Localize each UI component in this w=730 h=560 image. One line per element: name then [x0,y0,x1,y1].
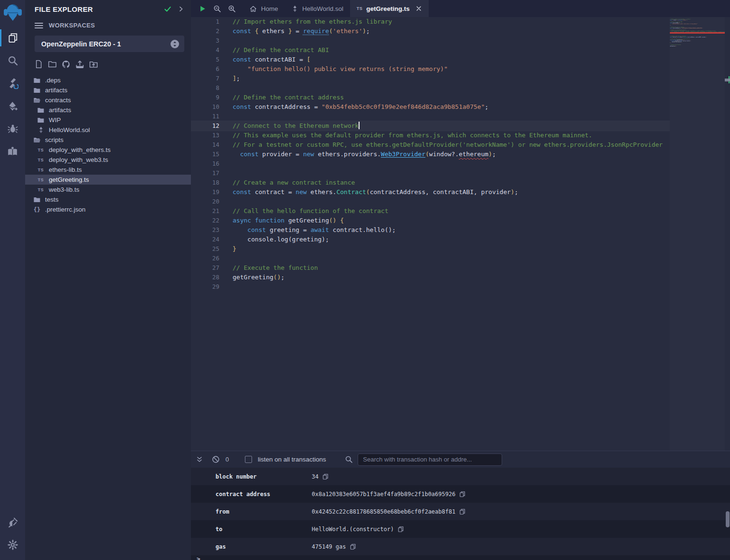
create-new-file-icon[interactable] [34,60,43,69]
tree-item-artifacts[interactable]: artifacts [25,105,191,115]
chevron-right-icon[interactable] [178,6,184,12]
terminal-prompt[interactable]: > [191,555,730,560]
code-line-26: 26 [191,254,730,263]
tree-item-deploy-with-web3-ts[interactable]: TSdeploy_with_web3.ts [25,155,191,165]
hamburger-menu-icon[interactable] [35,22,43,29]
code-line-22: 22async function getGreeting() { [191,216,730,225]
tree-item-artifacts[interactable]: artifacts [25,85,191,95]
code-line-4: 4// Define the contract ABI [191,45,730,55]
transaction-row-gas: gas475149 gas [191,538,730,555]
activity-remix-logo[interactable] [0,0,25,27]
editor-toolbar [191,0,243,17]
debugger-icon [8,124,18,134]
listen-transactions-checkbox[interactable] [245,456,252,463]
typescript-file-icon: TS [37,186,45,194]
copy-icon[interactable] [459,491,466,498]
code-line-2: 2const { ethers } = require('ethers'); [191,27,730,36]
row-label: to [216,526,312,533]
tree-item--prettierrc-json[interactable]: {}.prettierrc.json [25,204,191,214]
zoom-in-icon[interactable] [228,5,236,13]
solidity-icon [291,5,298,12]
tab-close-icon[interactable] [415,5,422,12]
typescript-file-icon: TS [37,176,45,184]
copy-icon[interactable] [350,543,356,550]
code-line-21: 21// Call the hello function of the cont… [191,206,730,216]
activity-deploy-and-run[interactable] [0,95,25,117]
line-number: 12 [191,121,219,131]
line-number: 19 [191,187,219,197]
tree-item-getgreeting-ts[interactable]: TSgetGreeting.ts [25,175,191,185]
folder-open-icon [33,136,41,144]
clear-console-icon[interactable] [212,455,220,463]
line-number: 24 [191,235,219,244]
line-number: 9 [191,93,219,102]
create-new-folder-icon[interactable] [48,60,57,69]
row-label: gas [216,543,312,550]
line-number: 6 [191,64,219,74]
line-text [219,282,730,292]
terminal-search-input[interactable] [358,453,502,466]
terminal-scrollbar-thumb[interactable] [726,511,730,527]
learneth-icon [7,146,18,157]
copy-icon[interactable] [459,508,466,515]
file-explorer-panel: FILE EXPLORER WORKSPACES OpenZeppelin ER… [25,0,191,560]
file-actions [25,52,191,73]
row-value: 475149 gas [312,543,346,550]
activity-solidity-compiler[interactable] [0,72,25,95]
line-text [219,169,730,178]
tab-home[interactable]: Home [243,0,285,17]
row-value: 34 [312,473,318,480]
tree-item-scripts[interactable]: scripts [25,135,191,145]
tab-label: HelloWorld.sol [302,5,343,12]
tree-item-tests[interactable]: tests [25,195,191,204]
line-text: const contract = new ethers.Contract(con… [219,187,730,197]
tree-item-wip[interactable]: WIP [25,115,191,125]
upload-folder-icon[interactable] [89,60,98,69]
code-line-10: 10const contractAddress = "0xb54febb5c0c… [191,102,730,112]
workspace-select[interactable]: OpenZeppelin ERC20 - 1 [35,36,184,52]
tree-item-web3-lib-ts[interactable]: TSweb3-lib.ts [25,185,191,195]
code-line-12: 12// Connect to the Ethereum network [191,121,730,131]
tree-item-label: WIP [49,116,61,124]
tree-item-label: contracts [45,97,71,104]
check-icon[interactable] [163,5,172,13]
activity-search[interactable] [0,49,25,72]
copy-icon[interactable] [322,473,329,480]
activity-file-explorer[interactable] [0,27,25,49]
tree-item-ethers-lib-ts[interactable]: TSethers-lib.ts [25,165,191,175]
line-text: getGreeting(); [219,273,730,282]
activity-settings[interactable] [0,533,25,556]
code-line-28: 28getGreeting(); [191,273,730,282]
file-tree: .depsartifactscontractsartifactsWIPHello… [25,75,191,214]
ruler-thumb[interactable] [725,79,730,81]
activity-debugger[interactable] [0,117,25,140]
activity-plugin-manager[interactable] [0,511,25,533]
overview-ruler[interactable] [725,17,730,451]
expand-terminal-icon[interactable] [196,456,203,463]
copy-icon[interactable] [397,526,404,533]
tree-item-label: .prettierrc.json [45,206,86,213]
code-line-29: 29 [191,282,730,292]
upload-files-icon[interactable] [75,60,84,69]
code-line-18: 18// Create a new contract instance [191,178,730,187]
minimap[interactable]: // Import ethers from the ethers.js libr… [670,17,725,451]
line-text: const provider = new ethers.providers.We… [219,150,730,159]
tree-item--deps[interactable]: .deps [25,75,191,85]
row-value: 0x42452c22c88178685850e68beb6cf0f2aeab8f… [312,508,455,515]
code-line-8: 8 [191,83,730,93]
code-editor[interactable]: 1// Import ethers from the ethers.js lib… [191,17,730,451]
folder-icon [37,107,45,114]
tab-getgreeting-ts[interactable]: TSgetGreeting.ts [350,0,429,17]
run-script-icon[interactable] [198,5,207,13]
activity-learneth[interactable] [0,140,25,163]
tree-item-contracts[interactable]: contracts [25,95,191,105]
zoom-out-icon[interactable] [213,5,221,13]
publish-to-gist-icon[interactable] [62,60,71,69]
tree-item-helloworld-sol[interactable]: HelloWorld.sol [25,125,191,135]
tree-item-deploy-with-ethers-ts[interactable]: TSdeploy_with_ethers.ts [25,145,191,155]
tab-bar: HomeHelloWorld.solTSgetGreeting.ts [191,0,730,17]
tab-helloworld-sol[interactable]: HelloWorld.sol [285,0,350,17]
folder-icon [33,87,41,94]
transaction-row-from: from0x42452c22c88178685850e68beb6cf0f2ae… [191,503,730,520]
folder-open-icon [33,97,41,104]
